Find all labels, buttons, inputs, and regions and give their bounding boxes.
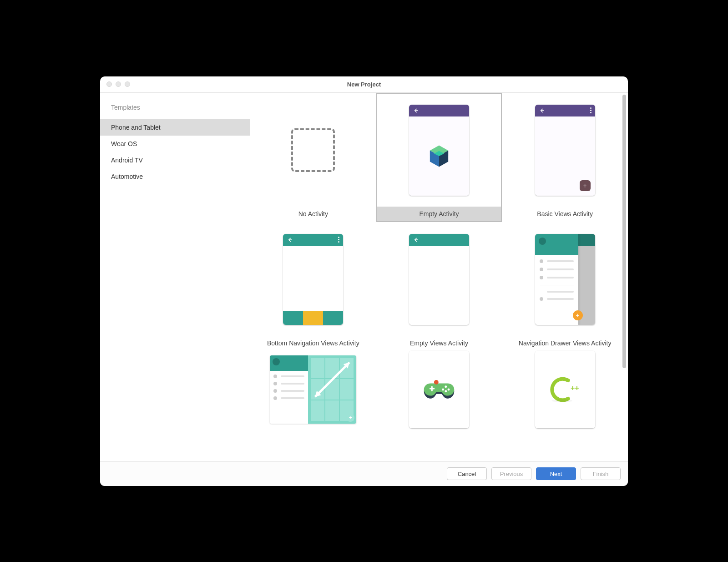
back-arrow-icon xyxy=(413,107,419,114)
template-thumbnail: + xyxy=(502,222,628,336)
back-arrow-icon xyxy=(287,237,293,243)
cancel-button[interactable]: Cancel xyxy=(447,467,487,480)
responsive-preview-icon: + xyxy=(270,355,356,424)
sidebar-item-automotive[interactable]: Automotive xyxy=(100,168,250,185)
template-empty-activity[interactable]: Empty Activity xyxy=(376,93,502,222)
sidebar-item-android-tv[interactable]: Android TV xyxy=(100,152,250,168)
template-thumbnail xyxy=(376,222,502,336)
cpp-icon: ++ xyxy=(547,376,583,403)
phone-body: + xyxy=(535,116,595,196)
footer-button-bar: Cancel Previous Next Finish xyxy=(100,461,628,486)
phone-body xyxy=(283,246,343,325)
phone-preview xyxy=(409,351,469,428)
phone-preview xyxy=(409,234,469,325)
template-bottom-navigation-views-activity[interactable]: Bottom Navigation Views Activity xyxy=(250,222,376,350)
avatar-icon xyxy=(539,238,546,245)
template-thumbnail: ++ xyxy=(502,350,628,428)
template-basic-views-activity[interactable]: + Basic Views Activity xyxy=(502,93,628,222)
svg-rect-9 xyxy=(431,386,433,391)
svg-point-12 xyxy=(445,390,447,392)
appbar xyxy=(409,234,469,246)
template-label: Empty Activity xyxy=(376,207,502,222)
overflow-menu-icon xyxy=(338,237,339,243)
dashed-square-icon xyxy=(291,128,335,172)
svg-point-11 xyxy=(447,388,450,390)
phone-preview: + xyxy=(535,234,595,325)
template-grid-area: No Activity xyxy=(250,93,628,461)
sidebar-item-label: Automotive xyxy=(111,173,143,180)
template-thumbnail xyxy=(250,93,376,207)
avatar-icon xyxy=(273,358,280,365)
back-arrow-icon xyxy=(539,107,545,114)
bottom-nav-icon xyxy=(283,311,343,325)
template-label: Bottom Navigation Views Activity xyxy=(250,336,376,350)
overflow-menu-icon xyxy=(590,107,592,113)
sidebar-item-label: Android TV xyxy=(111,157,143,164)
scrollbar-vertical[interactable] xyxy=(622,94,627,436)
game-controller-icon xyxy=(422,378,456,401)
template-thumbnail xyxy=(376,93,502,207)
content: Templates Phone and Tablet Wear OS Andro… xyxy=(100,93,628,461)
sidebar: Templates Phone and Tablet Wear OS Andro… xyxy=(100,93,250,461)
phone-preview: ++ xyxy=(535,351,595,428)
new-project-window: New Project Templates Phone and Tablet W… xyxy=(100,76,628,486)
svg-text:++: ++ xyxy=(571,384,579,392)
template-label: Basic Views Activity xyxy=(502,207,628,221)
svg-point-13 xyxy=(442,388,444,390)
template-responsive-views-activity[interactable]: + xyxy=(250,350,376,428)
titlebar: New Project xyxy=(100,76,628,93)
next-button[interactable]: Next xyxy=(536,467,576,480)
sidebar-item-phone-tablet[interactable]: Phone and Tablet xyxy=(100,119,250,136)
back-arrow-icon xyxy=(413,237,419,243)
svg-point-15 xyxy=(551,399,572,402)
sidebar-item-wear-os[interactable]: Wear OS xyxy=(100,136,250,152)
fab-plus-icon: + xyxy=(573,310,583,320)
nav-drawer-icon: + xyxy=(535,234,578,325)
phone-preview xyxy=(409,105,469,196)
phone-body xyxy=(409,116,469,196)
compose-cube-icon xyxy=(426,143,452,169)
scrollbar-thumb[interactable] xyxy=(622,95,626,369)
fab-plus-icon: + xyxy=(346,414,354,422)
finish-button[interactable]: Finish xyxy=(581,467,621,480)
traffic-lights xyxy=(106,81,130,87)
phone-preview xyxy=(283,234,343,325)
template-thumbnail xyxy=(250,222,376,336)
template-thumbnail xyxy=(376,350,502,428)
template-grid: No Activity xyxy=(250,93,628,437)
template-native-cpp[interactable]: ++ xyxy=(502,350,628,428)
fab-plus-icon: + xyxy=(580,180,591,191)
template-thumbnail: + xyxy=(250,350,376,428)
appbar xyxy=(409,105,469,116)
template-label: Navigation Drawer Views Activity xyxy=(502,336,628,350)
window-title: New Project xyxy=(347,81,381,88)
sidebar-item-label: Wear OS xyxy=(111,140,137,147)
svg-point-10 xyxy=(445,385,447,388)
svg-point-7 xyxy=(434,380,439,385)
close-window-button[interactable] xyxy=(106,81,112,87)
sidebar-heading: Templates xyxy=(100,104,250,119)
appbar xyxy=(283,234,343,246)
template-label: No Activity xyxy=(250,207,376,221)
previous-button[interactable]: Previous xyxy=(491,467,531,480)
template-no-activity[interactable]: No Activity xyxy=(250,93,376,222)
phone-body xyxy=(409,246,469,325)
template-navigation-drawer-views-activity[interactable]: + Navigation Drawer Views Activity xyxy=(502,222,628,350)
template-game-activity[interactable] xyxy=(376,350,502,428)
template-empty-views-activity[interactable]: Empty Views Activity xyxy=(376,222,502,350)
maximize-window-button[interactable] xyxy=(125,81,130,87)
sidebar-item-label: Phone and Tablet xyxy=(111,124,161,131)
template-label: Empty Views Activity xyxy=(376,336,502,350)
minimize-window-button[interactable] xyxy=(116,81,121,87)
appbar xyxy=(535,105,595,116)
template-thumbnail: + xyxy=(502,93,628,207)
phone-preview: + xyxy=(535,105,595,196)
